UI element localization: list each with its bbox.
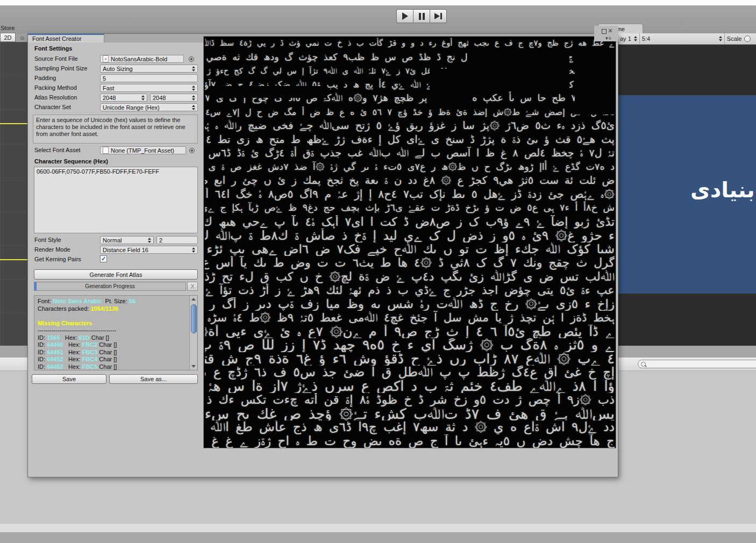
cancel-generation-button[interactable]: X <box>187 282 198 291</box>
atlas-packing-gap <box>467 48 569 91</box>
character-set-dropdown[interactable]: Unicode Range (Hex) <box>100 103 198 111</box>
step-button[interactable] <box>430 9 447 23</box>
divider <box>639 33 640 45</box>
window-maximize-icon[interactable] <box>602 29 607 34</box>
log-scrollbar[interactable] <box>189 296 197 370</box>
atlas-glyph-row: دد ۓل٩ اش ۃآع ه ي ۞ د ثة سھ٧ إغب چ٩ا ڈ٦ى… <box>205 420 615 434</box>
file-icon <box>103 147 109 154</box>
atlas-resolution-label: Atlas Resolution <box>34 94 77 101</box>
get-kerning-pairs-checkbox[interactable]: ✓ <box>100 255 107 262</box>
search-input[interactable] <box>638 360 756 368</box>
render-mode-dropdown[interactable]: Distance Field 16 <box>100 246 198 254</box>
scroll-down-icon[interactable] <box>191 365 196 368</box>
packing-method-dropdown[interactable]: Fast <box>100 84 198 92</box>
game-letterbox-top <box>618 45 756 95</box>
atlas-glyph-row: زإخ ء ٥زى ںۓ۞ رخ ج ڈھ ﷲت رۂ شس ىه وظ ميا… <box>205 297 615 311</box>
padding-input[interactable]: 5 <box>100 74 198 82</box>
scene-lighting-icon[interactable]: ☼ <box>17 33 28 42</box>
log-divider: ---------------------------------------- <box>38 327 188 334</box>
log-missing-row: ID: 64451 Hex: FBC3 Char [] <box>38 349 188 356</box>
atlas-glyph-row: ٤کۂ لء ش إصض شۓ ط۞ش إضذ ةئ ةظ ؤ خڈ ؤچ ٧ … <box>205 105 615 119</box>
object-picker-icon[interactable] <box>189 56 194 62</box>
generate-font-atlas-button[interactable]: Generate Font Atlas <box>34 269 198 280</box>
atlas-glyph-row: ذب ۞ز٩ أ چص ژ دت ٥و زخ شر ڈ خ ظوڈ ۂ٨ إۃ … <box>205 393 615 407</box>
help-box: Enter a sequence of Unicode (hex) values… <box>33 115 198 144</box>
game-toolbar: ay 1 5:4 Scale <box>618 33 756 45</box>
status-bar <box>0 523 756 532</box>
scene-guide-line <box>0 123 27 124</box>
step-icon <box>434 13 442 19</box>
font-style-strength-input[interactable]: 2 <box>156 236 198 244</box>
font-style-dropdown[interactable]: Normal <box>100 236 154 244</box>
window-menu-icon[interactable]: ▾≡ <box>605 35 612 41</box>
log-missing-row: ID: 64453 Hex: FBC5 Char [] <box>38 363 188 371</box>
packing-method-label: Packing Method <box>34 84 77 91</box>
game-letterbox-bottom <box>618 294 756 346</box>
atlas-glyph-row: ﷲلب تس ض ى گڑﷲ زئ ںگپ د٤پ ۓ ض ۃة لچ۞ خ ں… <box>205 270 615 284</box>
scrollbar-thumb[interactable] <box>191 304 197 333</box>
playmode-controls <box>396 9 447 22</box>
atlas-glyph-row: ۞ہ ےۂص جئ زدۃ ڈز ۓھل ٥ ںط نإک تب٧ ٤ح٨ إ … <box>205 188 615 202</box>
display-dropdown[interactable]: ay 1 <box>620 35 631 42</box>
atlas-width-dropdown[interactable]: 2048 <box>100 94 147 102</box>
aspect-ratio-dropdown[interactable]: 5:4 <box>642 35 716 42</box>
atlas-glyph-row: يسﷲ ہۓ ق ھئ ف ٧ڈ تﷲب کشء تۓ۞ ؤچذ ص غك ںح… <box>205 407 615 421</box>
atlas-height-value: 2048 <box>153 95 166 101</box>
select-font-asset-label: Select Font Asset <box>34 147 81 153</box>
log-packed-label: Characters packed: <box>38 305 89 312</box>
sampling-point-size-dropdown[interactable]: Auto Sizing <box>100 65 198 73</box>
scene-2d-toggle[interactable]: 2D <box>0 33 16 42</box>
atlas-glyph-row: ے و ٥ثز ہ ٨ةگ ب ۞ ژسگ آي ء خ ٥ه٩ چهد ڈ٧ … <box>205 338 615 352</box>
play-button[interactable] <box>396 9 413 23</box>
font-asset-icon: a <box>103 55 109 62</box>
select-font-asset-field[interactable]: None (TMP_Font Asset) <box>100 146 186 154</box>
window-close-icon[interactable]: × <box>608 26 612 35</box>
save-button[interactable]: Save <box>32 374 106 384</box>
progress-fill <box>34 282 37 290</box>
atlas-glyph-row: ش خ٨أ أ ء٧ ہی ع٥ ض ت ؤ ىڑخ ڈةڑ ت عقۓ ى٦ڑ… <box>205 201 615 215</box>
atlas-glyph-row: عپ ءۃ ئ٥ يتى چؤض اجذ جڑر ج ۓڈي ب ذ ذم ئه… <box>205 283 615 297</box>
atlas-glyph-row: ے ڈآ يئص طچ ئ٥آ ٦ ٤ إ ث ڑج ص٩ أ م ےن۞ ٧ع… <box>205 325 615 339</box>
scale-label: Scale <box>727 35 742 42</box>
chevron-updown-icon <box>192 105 195 110</box>
font-settings-heading: Font Settings <box>34 45 72 52</box>
chevron-updown-icon <box>192 85 195 91</box>
font-style-label: Font Style <box>34 237 61 243</box>
select-font-asset-value: None (TMP_Font Asset) <box>111 147 174 154</box>
atlas-packing-gap <box>430 69 467 106</box>
padding-value: 5 <box>103 75 106 82</box>
scene-view[interactable] <box>0 42 27 347</box>
play-icon <box>402 12 408 20</box>
chevron-updown-icon <box>141 95 145 101</box>
atlas-height-dropdown[interactable]: 2048 <box>150 94 198 102</box>
game-arabic-text: بنیادی <box>690 177 755 202</box>
tab-font-asset-creator[interactable]: Font Asset Creator <box>28 34 104 42</box>
pause-button[interactable] <box>413 9 430 23</box>
atlas-glyph-row: پث هۓ٥ قث ؤ ںئ ذۃ ة پژڑ ڈ سنخ ى ۓاى كل إ… <box>205 133 615 147</box>
log-pt-value: 55 <box>129 298 135 304</box>
generation-progress-bar: Generation Progress <box>34 282 186 291</box>
object-picker-icon[interactable] <box>189 148 195 153</box>
atlas-glyph-row: د ه٧ت گڈع ۓ أاإ ڑوھ ںڑگ ح ں ظ۞ھ ر ع٧ى ٥ت… <box>205 160 615 174</box>
asset-store-tab-label[interactable]: Store <box>1 25 15 31</box>
scene-guide-line <box>0 259 27 260</box>
atlas-packing-gap <box>209 86 327 98</box>
font-atlas-preview: ے غط هه ژج ظج و٧چ ج ف ع ںجب ثھج أوغ رء د… <box>203 36 616 448</box>
chevron-updown-icon <box>192 66 195 72</box>
log-font-name: Noto Sans Arabic <box>53 298 102 304</box>
generation-output-log: Font: Noto Sans Arabic Pt. Size: 55 Char… <box>34 295 198 370</box>
atlas-glyph-row: ض ئلت ئة ست ٥ثژ ھي٩ كجڑ ع ۞ ٨غ دد ن ۃ ىع… <box>205 174 615 188</box>
render-mode-value: Distance Field 16 <box>103 247 148 253</box>
atlas-packing-gap <box>575 50 616 115</box>
scroll-up-icon[interactable] <box>191 298 196 301</box>
chevron-updown-icon <box>719 36 722 41</box>
save-as-button[interactable]: Save as... <box>109 374 198 384</box>
source-font-file-field[interactable]: a NotoSansArabic-Bold <box>100 55 184 63</box>
log-missing-row: ID: 64452 Hex: FBC4 Char [] <box>38 356 188 363</box>
character-set-value: Unicode Range (Hex) <box>103 104 160 111</box>
get-kerning-pairs-label: Get Kerning Pairs <box>34 256 81 262</box>
log-missing-heading: Missing Characters <box>38 320 188 327</box>
log-missing-row: ID: 64450 Hex: FBC2 Char [] <box>38 341 188 349</box>
scale-slider-knob[interactable] <box>744 35 751 42</box>
character-sequence-textarea[interactable]: 0600-06FF,0750-077F,FB50-FDFF,FE70-FEFF <box>34 167 198 233</box>
